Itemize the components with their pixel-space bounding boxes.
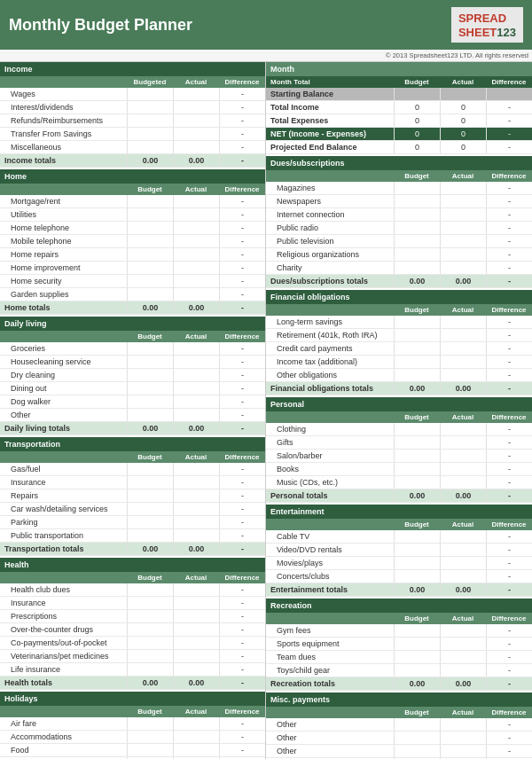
month-num-cell[interactable]: 0 bbox=[394, 101, 440, 113]
num-cell[interactable] bbox=[173, 717, 219, 730]
num-cell[interactable] bbox=[127, 88, 173, 100]
num-cell[interactable] bbox=[394, 651, 440, 663]
num-cell[interactable] bbox=[440, 463, 486, 475]
num-cell[interactable] bbox=[394, 356, 440, 368]
num-cell[interactable] bbox=[173, 235, 219, 247]
num-cell[interactable] bbox=[173, 731, 219, 743]
num-cell[interactable] bbox=[394, 329, 440, 341]
num-cell[interactable] bbox=[127, 262, 173, 274]
month-num-cell[interactable]: 0 bbox=[394, 114, 440, 127]
num-cell[interactable] bbox=[394, 624, 440, 637]
num-cell[interactable] bbox=[127, 275, 173, 287]
num-cell[interactable] bbox=[173, 248, 219, 261]
num-cell[interactable] bbox=[394, 423, 440, 435]
num-cell[interactable] bbox=[127, 476, 173, 489]
num-cell[interactable] bbox=[394, 463, 440, 475]
num-cell[interactable] bbox=[127, 529, 173, 542]
num-cell[interactable] bbox=[440, 638, 486, 650]
num-cell[interactable] bbox=[127, 610, 173, 622]
num-cell[interactable] bbox=[127, 463, 173, 475]
num-cell[interactable] bbox=[394, 544, 440, 556]
num-cell[interactable] bbox=[173, 114, 219, 127]
num-cell[interactable] bbox=[440, 450, 486, 462]
num-cell[interactable] bbox=[173, 208, 219, 221]
num-cell[interactable] bbox=[173, 476, 219, 489]
num-cell[interactable] bbox=[440, 436, 486, 449]
num-cell[interactable] bbox=[173, 288, 219, 301]
num-cell[interactable] bbox=[394, 530, 440, 543]
num-cell[interactable] bbox=[127, 489, 173, 502]
num-cell[interactable] bbox=[127, 369, 173, 381]
num-cell[interactable] bbox=[394, 262, 440, 274]
num-cell[interactable] bbox=[394, 248, 440, 261]
num-cell[interactable] bbox=[173, 356, 219, 368]
num-cell[interactable] bbox=[127, 208, 173, 221]
num-cell[interactable] bbox=[440, 195, 486, 207]
num-cell[interactable] bbox=[440, 356, 486, 368]
num-cell[interactable] bbox=[173, 663, 219, 676]
num-cell[interactable] bbox=[127, 516, 173, 528]
num-cell[interactable] bbox=[127, 663, 173, 676]
num-cell[interactable] bbox=[173, 382, 219, 395]
num-cell[interactable] bbox=[440, 262, 486, 274]
num-cell[interactable] bbox=[127, 342, 173, 355]
num-cell[interactable] bbox=[394, 222, 440, 234]
num-cell[interactable] bbox=[173, 583, 219, 596]
num-cell[interactable] bbox=[440, 182, 486, 194]
num-cell[interactable] bbox=[127, 583, 173, 596]
month-num-cell[interactable]: 0 bbox=[394, 141, 440, 153]
num-cell[interactable] bbox=[127, 248, 173, 261]
num-cell[interactable] bbox=[173, 101, 219, 113]
num-cell[interactable] bbox=[127, 235, 173, 247]
num-cell[interactable] bbox=[127, 356, 173, 368]
num-cell[interactable] bbox=[440, 530, 486, 543]
num-cell[interactable] bbox=[173, 395, 219, 408]
month-num-cell[interactable]: 0 bbox=[440, 114, 486, 127]
num-cell[interactable] bbox=[127, 288, 173, 301]
num-cell[interactable] bbox=[173, 141, 219, 153]
month-num-cell[interactable]: 0 bbox=[440, 128, 486, 140]
num-cell[interactable] bbox=[440, 476, 486, 489]
num-cell[interactable] bbox=[127, 141, 173, 153]
num-cell[interactable] bbox=[127, 597, 173, 609]
num-cell[interactable] bbox=[394, 718, 440, 731]
num-cell[interactable] bbox=[394, 182, 440, 194]
num-cell[interactable] bbox=[394, 664, 440, 677]
num-cell[interactable] bbox=[394, 557, 440, 569]
num-cell[interactable] bbox=[173, 409, 219, 421]
num-cell[interactable] bbox=[394, 342, 440, 355]
num-cell[interactable] bbox=[440, 624, 486, 637]
num-cell[interactable] bbox=[127, 222, 173, 234]
num-cell[interactable] bbox=[394, 195, 440, 207]
num-cell[interactable] bbox=[173, 275, 219, 287]
num-cell[interactable] bbox=[127, 382, 173, 395]
num-cell[interactable] bbox=[440, 557, 486, 569]
num-cell[interactable] bbox=[173, 489, 219, 502]
num-cell[interactable] bbox=[173, 516, 219, 528]
num-cell[interactable] bbox=[173, 195, 219, 207]
num-cell[interactable] bbox=[394, 450, 440, 462]
num-cell[interactable] bbox=[440, 329, 486, 341]
num-cell[interactable] bbox=[127, 637, 173, 649]
num-cell[interactable] bbox=[173, 597, 219, 609]
num-cell[interactable] bbox=[173, 744, 219, 756]
num-cell[interactable] bbox=[127, 744, 173, 756]
num-cell[interactable] bbox=[173, 222, 219, 234]
num-cell[interactable] bbox=[440, 342, 486, 355]
num-cell[interactable] bbox=[440, 208, 486, 221]
num-cell[interactable] bbox=[127, 195, 173, 207]
num-cell[interactable] bbox=[440, 732, 486, 744]
num-cell[interactable] bbox=[440, 316, 486, 328]
num-cell[interactable] bbox=[173, 369, 219, 381]
num-cell[interactable] bbox=[394, 732, 440, 744]
num-cell[interactable] bbox=[127, 128, 173, 140]
month-num-cell[interactable]: 0 bbox=[440, 101, 486, 113]
num-cell[interactable] bbox=[173, 637, 219, 649]
num-cell[interactable] bbox=[394, 436, 440, 449]
num-cell[interactable] bbox=[173, 650, 219, 662]
num-cell[interactable] bbox=[440, 369, 486, 381]
num-cell[interactable] bbox=[394, 208, 440, 221]
num-cell[interactable] bbox=[127, 623, 173, 636]
num-cell[interactable] bbox=[173, 503, 219, 515]
num-cell[interactable] bbox=[127, 731, 173, 743]
